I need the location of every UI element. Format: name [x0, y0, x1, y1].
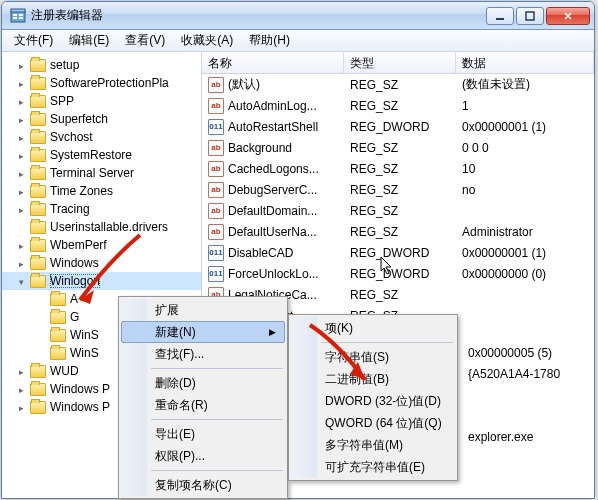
ctx-new-dword[interactable]: DWORD (32-位)值(D) — [291, 390, 455, 412]
close-button[interactable] — [546, 7, 590, 25]
list-row[interactable]: abDebugServerC...REG_SZno — [202, 179, 594, 200]
tree-item-label: Svchost — [50, 130, 93, 144]
minimize-button[interactable] — [486, 7, 514, 25]
tree-item[interactable]: WbemPerf — [2, 236, 201, 254]
value-name: ForceUnlockLo... — [228, 267, 319, 281]
ctx-find[interactable]: 查找(F)... — [121, 343, 285, 365]
expand-toggle-icon[interactable] — [16, 166, 26, 180]
value-data: 0x00000001 (1) — [456, 120, 594, 134]
list-row[interactable]: abDefaultUserNa...REG_SZAdministrator — [202, 221, 594, 242]
list-row[interactable]: 011AutoRestartShellREG_DWORD0x00000001 (… — [202, 116, 594, 137]
value-name: CachedLogons... — [228, 162, 319, 176]
folder-icon — [30, 113, 46, 126]
ctx-rename[interactable]: 重命名(R) — [121, 394, 285, 416]
value-name: DisableCAD — [228, 246, 293, 260]
expand-toggle-icon[interactable] — [16, 130, 26, 144]
folder-icon — [30, 239, 46, 252]
ctx-new-binary[interactable]: 二进制值(B) — [291, 368, 455, 390]
menu-edit[interactable]: 编辑(E) — [61, 30, 117, 51]
tree-item-label: SoftwareProtectionPla — [50, 76, 169, 90]
list-row[interactable]: abBackgroundREG_SZ0 0 0 — [202, 137, 594, 158]
value-type: REG_DWORD — [344, 267, 456, 281]
tree-item[interactable]: Winlogon — [2, 272, 201, 290]
tree-item-label: WUD — [50, 364, 79, 378]
tree-item[interactable]: SystemRestore — [2, 146, 201, 164]
value-data: Administrator — [456, 225, 594, 239]
ctx-delete[interactable]: 删除(D) — [121, 372, 285, 394]
value-type: REG_DWORD — [344, 246, 456, 260]
list-row[interactable]: abAutoAdminLog...REG_SZ1 — [202, 95, 594, 116]
expand-toggle-icon[interactable] — [16, 364, 26, 378]
tree-item[interactable]: SPP — [2, 92, 201, 110]
col-header-type[interactable]: 类型 — [344, 52, 456, 73]
ctx-permissions[interactable]: 权限(P)... — [121, 445, 285, 467]
expand-toggle-icon[interactable] — [16, 76, 26, 90]
tree-item[interactable]: Userinstallable.drivers — [2, 218, 201, 236]
separator — [151, 470, 283, 471]
tree-item-label: Terminal Server — [50, 166, 134, 180]
tree-item[interactable]: Svchost — [2, 128, 201, 146]
expand-toggle-icon[interactable] — [16, 238, 26, 252]
expand-toggle-icon[interactable] — [16, 112, 26, 126]
list-row[interactable]: 011DisableCADREG_DWORD0x00000001 (1) — [202, 242, 594, 263]
folder-icon — [30, 275, 46, 288]
folder-icon — [30, 149, 46, 162]
tree-item-label: A — [70, 292, 78, 306]
data-fragment: {A520A1A4-1780 — [468, 367, 560, 381]
expand-toggle-icon[interactable] — [16, 94, 26, 108]
ctx-copy-key-name[interactable]: 复制项名称(C) — [121, 474, 285, 496]
menu-favorites[interactable]: 收藏夹(A) — [173, 30, 241, 51]
value-data: 10 — [456, 162, 594, 176]
value-type: REG_SZ — [344, 204, 456, 218]
col-header-data[interactable]: 数据 — [456, 52, 594, 73]
titlebar[interactable]: 注册表编辑器 — [2, 2, 594, 30]
ctx-new-multistring[interactable]: 多字符串值(M) — [291, 434, 455, 456]
list-row[interactable]: abDefaultDomain...REG_SZ — [202, 200, 594, 221]
value-type: REG_SZ — [344, 183, 456, 197]
ctx-new-string[interactable]: 字符串值(S) — [291, 346, 455, 368]
expand-toggle-icon[interactable] — [16, 184, 26, 198]
ctx-export[interactable]: 导出(E) — [121, 423, 285, 445]
value-dword-icon: 011 — [208, 266, 224, 282]
value-string-icon: ab — [208, 161, 224, 177]
tree-item[interactable]: Terminal Server — [2, 164, 201, 182]
expand-toggle-icon[interactable] — [16, 58, 26, 72]
tree-item[interactable]: SoftwareProtectionPla — [2, 74, 201, 92]
value-string-icon: ab — [208, 182, 224, 198]
ctx-new[interactable]: 新建(N)▶ — [121, 321, 285, 343]
tree-item-label: WinS — [70, 328, 99, 342]
list-row[interactable]: 011ForceUnlockLo...REG_DWORD0x00000000 (… — [202, 263, 594, 284]
folder-icon — [50, 347, 66, 360]
ctx-new-key[interactable]: 项(K) — [291, 317, 455, 339]
ctx-expand[interactable]: 扩展 — [121, 299, 285, 321]
expand-toggle-icon[interactable] — [16, 400, 26, 414]
separator — [321, 342, 453, 343]
value-data: 0x00000000 (0) — [456, 267, 594, 281]
tree-item-label: Winlogon — [50, 274, 100, 288]
value-type: REG_SZ — [344, 78, 456, 92]
maximize-button[interactable] — [516, 7, 544, 25]
expand-toggle-icon[interactable] — [16, 256, 26, 270]
ctx-new-expandstring[interactable]: 可扩充字符串值(E) — [291, 456, 455, 478]
folder-icon — [30, 77, 46, 90]
expand-toggle-icon[interactable] — [16, 148, 26, 162]
expand-toggle-icon[interactable] — [16, 202, 26, 216]
ctx-new-qword[interactable]: QWORD (64 位)值(Q) — [291, 412, 455, 434]
col-header-name[interactable]: 名称 — [202, 52, 344, 73]
folder-icon — [50, 311, 66, 324]
tree-item[interactable]: Tracing — [2, 200, 201, 218]
menu-help[interactable]: 帮助(H) — [241, 30, 298, 51]
folder-icon — [30, 221, 46, 234]
value-type: REG_SZ — [344, 162, 456, 176]
tree-item[interactable]: setup — [2, 56, 201, 74]
menu-view[interactable]: 查看(V) — [117, 30, 173, 51]
list-row[interactable]: ab(默认)REG_SZ(数值未设置) — [202, 74, 594, 95]
tree-item[interactable]: Windows — [2, 254, 201, 272]
tree-item[interactable]: Superfetch — [2, 110, 201, 128]
expand-toggle-icon[interactable] — [16, 382, 26, 396]
svg-rect-0 — [11, 11, 25, 22]
expand-toggle-icon[interactable] — [16, 274, 26, 288]
menu-file[interactable]: 文件(F) — [6, 30, 61, 51]
tree-item[interactable]: Time Zones — [2, 182, 201, 200]
list-row[interactable]: abCachedLogons...REG_SZ10 — [202, 158, 594, 179]
